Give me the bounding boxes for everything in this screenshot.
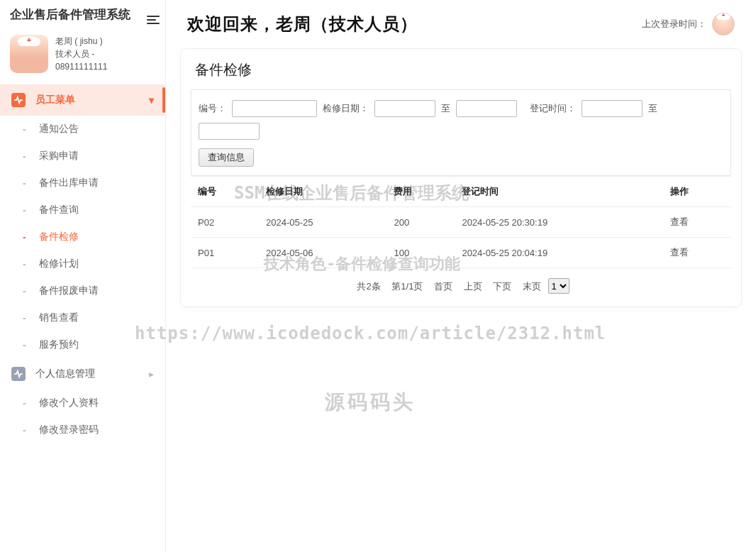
dash-icon: - — [23, 258, 26, 270]
sidebar-item-part-query[interactable]: -备件查询 — [0, 197, 165, 223]
sidebar-item-label: 销售查看 — [39, 311, 79, 324]
page-prev[interactable]: 上页 — [464, 281, 482, 292]
avatar-round[interactable] — [712, 13, 735, 35]
cell-action: 查看 — [663, 207, 731, 238]
sidebar-item-label: 通知公告 — [39, 123, 79, 136]
sidebar-menu: 员工菜单 ▾ -通知公告-采购申请-备件出库申请-备件查询-备件检修-检修计划-… — [0, 84, 165, 443]
dash-icon: - — [23, 123, 26, 135]
sidebar-item-purchase[interactable]: -采购申请 — [0, 143, 165, 170]
register-time-to-input[interactable] — [199, 123, 260, 140]
page-last[interactable]: 末页 — [523, 281, 541, 292]
menu-group-personal-label: 个人信息管理 — [35, 368, 95, 380]
chevron-right-icon: ▸ — [149, 368, 154, 380]
register-time-from-input[interactable] — [582, 100, 643, 117]
cell-cost: 100 — [387, 238, 455, 268]
filter-to-2: 至 — [648, 102, 657, 115]
avatar — [10, 35, 48, 73]
sidebar-item-repair-plan[interactable]: -检修计划 — [0, 250, 165, 277]
menu-group-staff[interactable]: 员工菜单 ▾ — [0, 84, 165, 116]
cell-action: 查看 — [663, 238, 731, 268]
th-action: 操作 — [663, 177, 731, 207]
code-input[interactable] — [232, 100, 317, 117]
dash-icon: - — [23, 204, 26, 216]
cell-repair_date: 2024-05-25 — [259, 207, 387, 238]
activity-icon — [11, 93, 26, 107]
dash-icon: - — [23, 231, 26, 243]
card-title: 备件检修 — [181, 49, 741, 89]
main-area: 欢迎回来，老周（技术人员） 上次登录时间： 备件检修 编号： 检修日期： 至 登… — [166, 0, 756, 552]
user-role: 技术人员 - — [55, 48, 107, 60]
cell-register_time: 2024-05-25 20:04:19 — [455, 238, 663, 268]
th-register-time: 登记时间 — [455, 177, 663, 207]
page-next[interactable]: 下页 — [493, 281, 511, 292]
repair-date-to-input[interactable] — [456, 100, 517, 117]
dash-icon: - — [23, 150, 26, 162]
th-code: 编号 — [191, 177, 259, 207]
page-first[interactable]: 首页 — [434, 281, 452, 292]
table-header-row: 编号 检修日期 费用 登记时间 操作 — [191, 177, 731, 207]
sidebar-item-label: 修改登录密码 — [39, 424, 99, 436]
repair-date-from-input[interactable] — [374, 100, 435, 117]
chevron-down-icon: ▾ — [149, 94, 154, 106]
view-link[interactable]: 查看 — [670, 216, 689, 227]
user-name: 老周 ( jishu ) — [55, 35, 107, 48]
sidebar-item-label: 检修计划 — [39, 258, 79, 270]
sidebar-item-label: 备件报废申请 — [39, 285, 99, 297]
sidebar-item-out-apply[interactable]: -备件出库申请 — [0, 170, 165, 197]
sidebar-item-notice[interactable]: -通知公告 — [0, 116, 165, 143]
dash-icon: - — [23, 424, 26, 436]
page-total: 共2条 — [357, 281, 380, 292]
activity-icon — [11, 367, 26, 381]
nurse-cap-icon — [716, 13, 730, 20]
sidebar-item-sales-view[interactable]: -销售查看 — [0, 304, 165, 331]
menu-group-personal[interactable]: 个人信息管理 ▸ — [0, 358, 165, 390]
last-login-label: 上次登录时间： — [642, 18, 706, 31]
sidebar-item-edit-password[interactable]: -修改登录密码 — [0, 416, 165, 443]
topbar-right: 上次登录时间： — [642, 13, 735, 35]
filter-code-label: 编号： — [199, 102, 226, 115]
dash-icon: - — [23, 285, 26, 297]
sidebar-item-label: 备件查询 — [39, 204, 79, 216]
dash-icon: - — [23, 397, 26, 409]
page-current: 第1/1页 — [391, 281, 423, 292]
query-button[interactable]: 查询信息 — [199, 148, 254, 167]
cell-repair_date: 2024-05-06 — [259, 238, 387, 268]
sidebar-item-scrap-apply[interactable]: -备件报废申请 — [0, 277, 165, 304]
th-cost: 费用 — [387, 177, 455, 207]
sidebar-item-part-repair[interactable]: -备件检修 — [0, 223, 165, 250]
content-card: 备件检修 编号： 检修日期： 至 登记时间： 至 查询信息 编号 — [180, 48, 742, 307]
cell-cost: 200 — [387, 207, 455, 238]
brand-text: 企业售后备件管理系统 — [10, 8, 130, 21]
filter-regtime-label: 登记时间： — [530, 102, 576, 115]
sidebar-item-edit-profile[interactable]: -修改个人资料 — [0, 390, 165, 416]
dash-icon: - — [23, 312, 26, 324]
sidebar-item-label: 备件出库申请 — [39, 177, 99, 189]
cell-code: P02 — [191, 207, 259, 238]
pagination: 共2条 第1/1页 首页 上页 下页 末页 1 — [181, 268, 741, 297]
dash-icon: - — [23, 177, 26, 189]
view-link[interactable]: 查看 — [670, 247, 689, 258]
sidebar-item-label: 服务预约 — [39, 338, 79, 351]
cell-register_time: 2024-05-25 20:30:19 — [455, 207, 663, 238]
user-block: 老周 ( jishu ) 技术人员 - 08911111111 — [0, 28, 165, 84]
dash-icon: - — [23, 339, 26, 350]
th-repair-date: 检修日期 — [259, 177, 387, 207]
user-phone: 08911111111 — [55, 60, 107, 73]
sidebar-item-label: 修改个人资料 — [39, 397, 99, 409]
topbar: 欢迎回来，老周（技术人员） 上次登录时间： — [172, 0, 750, 41]
filter-to-1: 至 — [441, 102, 450, 115]
page-select[interactable]: 1 — [548, 278, 569, 294]
menu-toggle-icon[interactable] — [147, 16, 160, 24]
sidebar-item-label: 采购申请 — [39, 150, 79, 162]
filter-repairdate-label: 检修日期： — [323, 102, 369, 115]
brand-title: 企业售后备件管理系统 — [0, 0, 165, 28]
sidebar: 企业售后备件管理系统 老周 ( jishu ) 技术人员 - 089111111… — [0, 0, 166, 552]
data-table: 编号 检修日期 费用 登记时间 操作 P022024-05-252002024-… — [191, 176, 731, 268]
cell-code: P01 — [191, 238, 259, 268]
page-title: 欢迎回来，老周（技术人员） — [187, 13, 418, 35]
menu-group-staff-label: 员工菜单 — [35, 94, 75, 106]
filter-bar: 编号： 检修日期： 至 登记时间： 至 查询信息 — [191, 89, 731, 176]
table-row: P022024-05-252002024-05-25 20:30:19查看 — [191, 207, 731, 238]
sidebar-item-service-book[interactable]: -服务预约 — [0, 331, 165, 358]
sidebar-item-label: 备件检修 — [39, 231, 79, 243]
